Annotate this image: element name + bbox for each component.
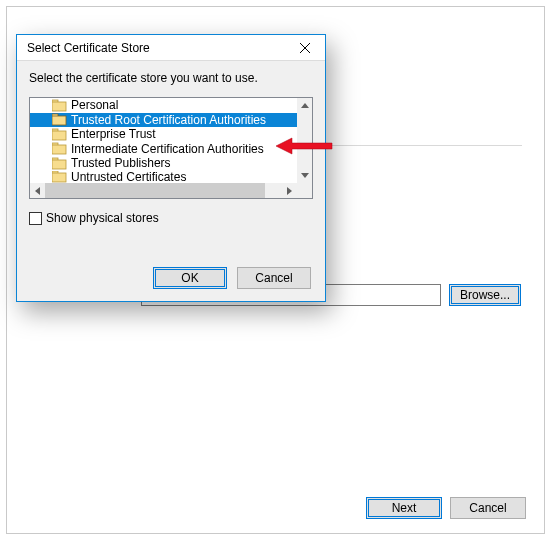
close-icon (300, 43, 310, 53)
tree-item-untrusted[interactable]: Untrusted Certificates (30, 171, 297, 183)
svg-marker-15 (301, 173, 309, 178)
tree-item-trusted-root[interactable]: Trusted Root Certification Authorities (30, 113, 297, 128)
folder-icon (52, 128, 67, 141)
folder-icon (52, 157, 67, 170)
horizontal-scrollbar[interactable] (30, 183, 297, 198)
svg-rect-3 (52, 102, 66, 111)
vertical-scrollbar[interactable] (297, 98, 312, 183)
tree-items: Personal Trusted Root Certification Auth… (30, 98, 297, 183)
dialog-actions: OK Cancel (153, 267, 311, 289)
tree-item-intermediate[interactable]: Intermediate Certification Authorities (30, 142, 297, 157)
scrollbar-corner (297, 183, 312, 198)
next-button[interactable]: Next (366, 497, 442, 519)
svg-rect-5 (52, 116, 66, 125)
tree-item-label: Trusted Root Certification Authorities (71, 113, 266, 127)
tree-item-enterprise-trust[interactable]: Enterprise Trust (30, 127, 297, 142)
svg-marker-17 (287, 187, 292, 195)
close-button[interactable] (291, 38, 319, 58)
svg-rect-9 (52, 145, 66, 154)
svg-rect-11 (52, 160, 66, 169)
wizard-footer: Next Cancel (366, 497, 526, 519)
tree-item-trusted-publishers[interactable]: Trusted Publishers (30, 156, 297, 171)
checkbox-icon (29, 212, 42, 225)
folder-icon (52, 99, 67, 112)
chevron-up-icon[interactable] (297, 98, 312, 113)
svg-rect-7 (52, 131, 66, 140)
tree-item-label: Trusted Publishers (71, 156, 171, 170)
ok-button[interactable]: OK (153, 267, 227, 289)
folder-icon (52, 171, 67, 183)
tree-item-label: Untrusted Certificates (71, 171, 186, 183)
dialog-prompt: Select the certificate store you want to… (29, 71, 313, 85)
svg-marker-16 (35, 187, 40, 195)
browse-button[interactable]: Browse... (449, 284, 521, 306)
svg-rect-13 (52, 173, 66, 182)
folder-icon (52, 113, 67, 126)
chevron-down-icon[interactable] (297, 168, 312, 183)
tree-item-label: Enterprise Trust (71, 127, 156, 141)
folder-icon (52, 142, 67, 155)
chevron-right-icon[interactable] (282, 183, 297, 198)
checkbox-label: Show physical stores (46, 211, 159, 225)
certificate-store-tree[interactable]: Personal Trusted Root Certification Auth… (29, 97, 313, 199)
dialog-cancel-button[interactable]: Cancel (237, 267, 311, 289)
dialog-titlebar: Select Certificate Store (17, 35, 325, 61)
tree-item-label: Intermediate Certification Authorities (71, 142, 264, 156)
select-certificate-store-dialog: Select Certificate Store Select the cert… (16, 34, 326, 302)
tree-item-label: Personal (71, 98, 118, 112)
tree-item-personal[interactable]: Personal (30, 98, 297, 113)
chevron-left-icon[interactable] (30, 183, 45, 198)
dialog-title: Select Certificate Store (27, 41, 291, 55)
scrollbar-thumb[interactable] (45, 183, 265, 198)
svg-marker-14 (301, 103, 309, 108)
show-physical-stores-checkbox[interactable]: Show physical stores (29, 211, 313, 225)
dialog-body: Select the certificate store you want to… (17, 61, 325, 301)
wizard-cancel-button[interactable]: Cancel (450, 497, 526, 519)
